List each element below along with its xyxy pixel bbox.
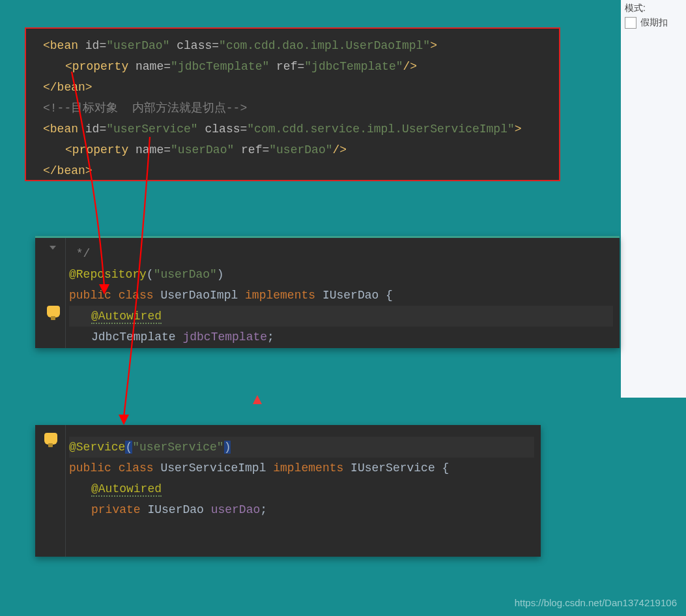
checkbox-icon[interactable] xyxy=(625,17,636,29)
code-line: @Service("userService") xyxy=(69,437,534,458)
code-line: <!--目标对象 内部方法就是切点--> xyxy=(43,98,550,119)
arrow-head-icon xyxy=(99,284,109,295)
code-line: <bean id="userDao" class="com.cdd.dao.im… xyxy=(43,35,550,56)
code-line: </bean> xyxy=(43,160,550,181)
code-line: @Autowired xyxy=(69,306,613,327)
panel-title: 模式: xyxy=(625,3,682,14)
xml-config-block: <bean id="userDao" class="com.cdd.dao.im… xyxy=(25,27,560,181)
code-line: <property name="jdbcTemplate" ref="jdbcT… xyxy=(43,56,550,77)
code-line xyxy=(69,430,534,437)
gutter xyxy=(35,238,66,348)
settings-panel: 模式: 假期扣 xyxy=(621,0,686,398)
dao-code-block: */ @Repository("userDao") public class U… xyxy=(35,236,620,348)
service-code-block: @Service("userService") public class Use… xyxy=(35,425,541,557)
gutter xyxy=(35,425,66,557)
intention-bulb-icon[interactable] xyxy=(44,433,57,445)
code-line: */ xyxy=(69,243,613,264)
code-line: @Autowired xyxy=(69,478,534,499)
intention-bulb-icon[interactable] xyxy=(47,306,60,317)
code-line: <bean id="userService" class="com.cdd.se… xyxy=(43,119,550,139)
fold-icon[interactable] xyxy=(50,244,57,252)
screenshot-root: { "sidebar": { "title": "模式:", "checkbox… xyxy=(0,0,686,616)
holiday-checkbox-row[interactable]: 假期扣 xyxy=(625,17,682,29)
arrow-head-icon xyxy=(119,415,129,425)
checkbox-label: 假期扣 xyxy=(640,17,668,27)
code-line: </bean> xyxy=(43,77,550,98)
code-line: @Repository("userDao") xyxy=(69,264,613,285)
code-line: <property name="userDao" ref="userDao"/> xyxy=(43,139,550,160)
code-line: JdbcTemplate jdbcTemplate; xyxy=(69,327,613,347)
code-line: public class UserDaoImpl implements IUse… xyxy=(69,285,613,306)
code-line: public class UserServiceImpl implements … xyxy=(69,458,534,478)
caret-up-icon xyxy=(253,395,262,404)
code-line: private IUserDao userDao; xyxy=(69,499,534,520)
watermark: https://blog.csdn.net/Dan1374219106 xyxy=(515,597,677,608)
